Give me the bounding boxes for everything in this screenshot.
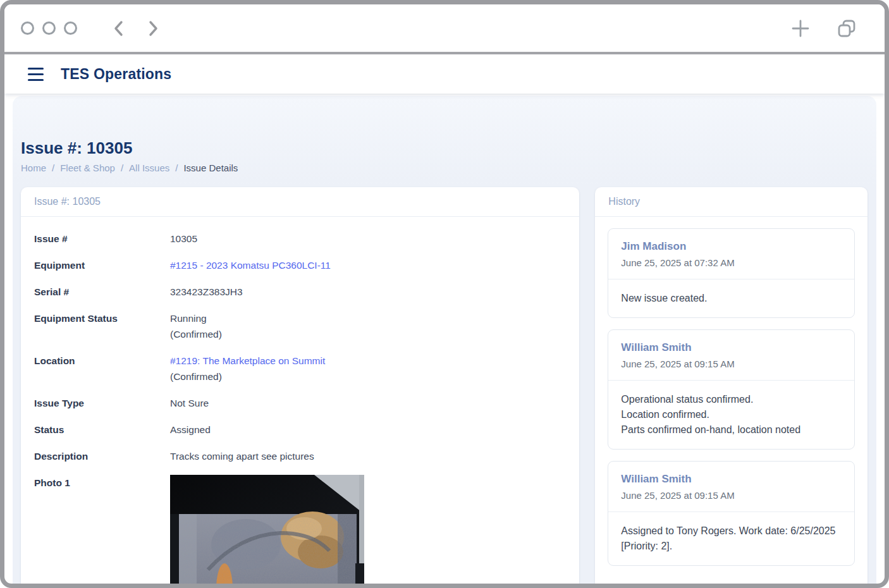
- history-note: Location confirmed.: [621, 407, 842, 422]
- history-timestamp: June 25, 2025 at 09:15 AM: [621, 357, 842, 372]
- field-row-equipment-status: Equipment Status Running (Confirmed): [34, 310, 566, 342]
- history-author: William Smith: [621, 472, 842, 487]
- breadcrumb: Home / Fleet & Shop / All Issues / Issue…: [21, 162, 868, 173]
- history-entry: William Smith June 25, 2025 at 09:15 AM …: [608, 329, 855, 450]
- equipment-link[interactable]: #1215 - 2023 Komatsu PC360LCI-11: [170, 260, 331, 271]
- history-entry: William Smith June 25, 2025 at 09:15 AM …: [608, 461, 855, 566]
- location-link[interactable]: #1219: The Marketplace on Summit: [170, 355, 325, 366]
- field-note: (Confirmed): [170, 326, 222, 342]
- window-control-icon[interactable]: [64, 21, 77, 35]
- history-author: Jim Madison: [621, 239, 842, 254]
- field-row-issue-number: Issue # 10305: [34, 231, 566, 247]
- field-row-equipment: Equipment #1215 - 2023 Komatsu PC360LCI-…: [34, 257, 566, 273]
- breadcrumb-home[interactable]: Home: [21, 162, 46, 173]
- field-label: Equipment Status: [34, 310, 170, 342]
- field-value: Running: [170, 310, 222, 326]
- browser-chrome-bar: [4, 4, 885, 54]
- history-note: Parts confirmed on-hand, location noted: [621, 422, 842, 438]
- field-row-issue-type: Issue Type Not Sure: [34, 395, 566, 411]
- window-controls: [21, 21, 85, 35]
- field-value: Assigned: [170, 422, 211, 438]
- history-timestamp: June 25, 2025 at 07:32 AM: [621, 255, 842, 271]
- breadcrumb-all-issues[interactable]: All Issues: [129, 162, 169, 173]
- field-row-location: Location #1219: The Marketplace on Summi…: [34, 353, 566, 384]
- field-label: Location: [34, 353, 170, 384]
- back-icon[interactable]: [112, 20, 126, 37]
- window-control-icon[interactable]: [42, 21, 56, 35]
- new-tab-icon[interactable]: [791, 19, 810, 38]
- page-title: Issue #: 10305: [21, 138, 868, 158]
- field-label: Photo 1: [34, 475, 170, 584]
- field-label: Serial #: [34, 284, 170, 300]
- field-label: Equipment: [34, 257, 170, 273]
- field-label: Issue #: [34, 231, 170, 247]
- breadcrumb-separator: /: [175, 162, 178, 173]
- history-author: William Smith: [621, 340, 842, 355]
- photo-1-image[interactable]: [170, 475, 364, 584]
- field-row-status: Status Assigned: [34, 422, 566, 438]
- breadcrumb-separator: /: [121, 162, 123, 173]
- field-row-description: Description Tracks coming apart see pict…: [34, 448, 566, 464]
- field-row-serial: Serial # 323423Z383JH3: [34, 284, 566, 300]
- browser-window: TES Operations Issue #: 10305 Home / Fle…: [0, 0, 889, 588]
- issue-card-header: Issue #: 10305: [21, 187, 579, 217]
- history-note: Assigned to Tony Rogers. Work date: 6/25…: [621, 524, 842, 554]
- field-row-photo-1: Photo 1: [34, 475, 566, 584]
- field-value: Not Sure: [170, 395, 209, 411]
- history-note: New issue created.: [621, 291, 842, 306]
- tabs-overview-icon[interactable]: [837, 18, 857, 39]
- window-control-icon[interactable]: [21, 21, 34, 35]
- field-label: Status: [34, 422, 170, 438]
- history-timestamp: June 25, 2025 at 09:15 AM: [621, 488, 842, 503]
- breadcrumb-separator: /: [52, 162, 54, 173]
- menu-icon[interactable]: [28, 68, 44, 81]
- field-note: (Confirmed): [170, 369, 325, 384]
- history-card-header: History: [595, 187, 868, 217]
- field-value: 323423Z383JH3: [170, 284, 243, 300]
- chrome-actions: [791, 18, 857, 39]
- field-label: Description: [34, 448, 170, 464]
- field-label: Issue Type: [34, 395, 170, 411]
- history-entry: Jim Madison June 25, 2025 at 07:32 AM Ne…: [608, 228, 855, 318]
- app-header: TES Operations: [4, 54, 885, 94]
- app-title: TES Operations: [61, 66, 171, 83]
- breadcrumb-fleet-shop[interactable]: Fleet & Shop: [60, 162, 115, 173]
- field-value: 10305: [170, 231, 197, 247]
- breadcrumb-current: Issue Details: [183, 162, 238, 173]
- nav-arrows: [112, 20, 160, 37]
- history-note: Operational status confirmed.: [621, 392, 842, 407]
- field-value: Tracks coming apart see pictures: [170, 448, 314, 464]
- content-panel: Issue #: 10305 Home / Fleet & Shop / All…: [13, 96, 876, 584]
- forward-icon[interactable]: [146, 20, 160, 37]
- issue-details-card: Issue #: 10305 Issue # 10305 Equipment #…: [21, 187, 579, 584]
- history-card: History Jim Madison June 25, 2025 at 07:…: [595, 187, 868, 584]
